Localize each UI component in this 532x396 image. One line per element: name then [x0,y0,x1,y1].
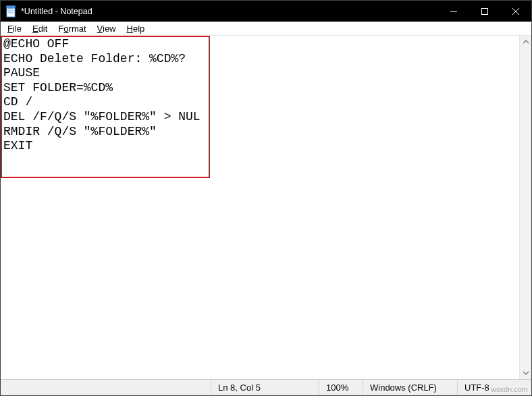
statusbar-position: Ln 8, Col 5 [211,380,319,395]
maximize-button[interactable] [469,1,500,22]
notepad-app-icon [6,5,17,18]
minimize-button[interactable] [438,1,469,22]
close-button[interactable] [500,1,531,22]
svg-rect-6 [482,8,488,14]
vertical-scrollbar[interactable] [519,36,531,379]
statusbar-spacer [1,380,211,395]
notepad-window: *Untitled - Notepad File Edit Format Vie… [0,0,532,396]
menu-help[interactable]: Help [122,22,151,35]
svg-rect-4 [7,6,15,8]
window-title: *Untitled - Notepad [21,7,438,16]
menu-view[interactable]: View [92,22,122,35]
scroll-down-arrow[interactable] [520,367,531,379]
menu-format[interactable]: Format [53,22,91,35]
window-controls [438,1,531,22]
statusbar-line-ending: Windows (CRLF) [363,380,457,395]
statusbar-encoding: UTF-8 [457,380,531,395]
editor-area: @ECHO OFF ECHO Delete Folder: %CD%? PAUS… [1,36,531,379]
statusbar: Ln 8, Col 5 100% Windows (CRLF) UTF-8 [1,379,531,395]
menubar: File Edit Format View Help [1,22,531,36]
menu-file[interactable]: File [2,22,27,35]
menu-edit[interactable]: Edit [27,22,53,35]
scroll-up-arrow[interactable] [520,36,531,48]
statusbar-zoom: 100% [319,380,363,395]
titlebar: *Untitled - Notepad [1,1,531,22]
text-editor[interactable]: @ECHO OFF ECHO Delete Folder: %CD%? PAUS… [1,36,519,379]
